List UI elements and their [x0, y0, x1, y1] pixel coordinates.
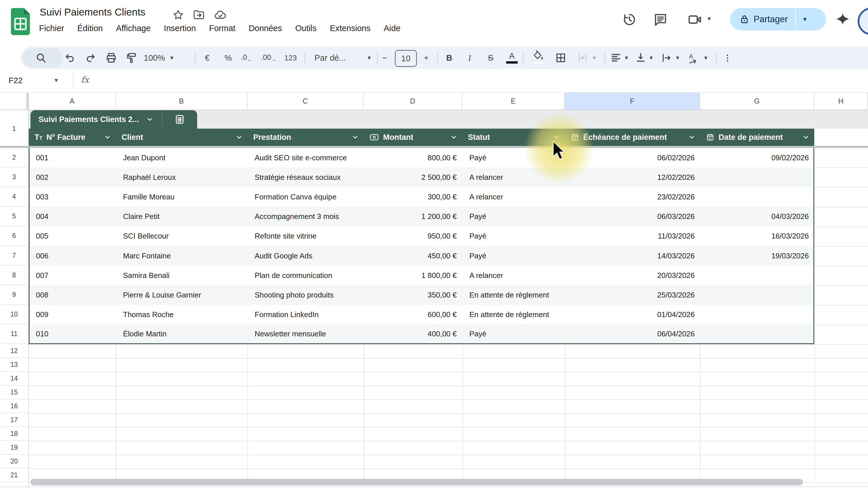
row-header-10[interactable]: 10	[0, 305, 28, 324]
filter-chevron-icon[interactable]	[450, 134, 458, 141]
cell-montant[interactable]: 2 500,00 €	[365, 168, 463, 187]
cell-montant[interactable]: 450,00 €	[365, 246, 463, 265]
menu-aide[interactable]: Aide	[384, 24, 400, 33]
format-currency-button[interactable]: €	[200, 51, 214, 64]
cell-prestation[interactable]: Audit SEO site e-commerce	[248, 148, 365, 168]
row-header-13[interactable]: 13	[0, 358, 28, 372]
increase-decimals-button[interactable]: .00→	[260, 51, 277, 64]
paint-format-icon[interactable]	[125, 51, 138, 64]
cell-statut[interactable]: En attente de règlement	[463, 305, 566, 324]
menu-extensions[interactable]: Extensions	[330, 24, 370, 33]
version-history-icon[interactable]	[621, 11, 638, 28]
row-header-15[interactable]: 15	[0, 385, 28, 399]
cell-echeance[interactable]: 25/03/2026	[566, 285, 701, 305]
cell-client[interactable]: Thomas Roche	[117, 305, 248, 324]
column-header-D[interactable]: D	[364, 93, 462, 110]
zoom-select[interactable]: 100% ▾	[144, 51, 173, 64]
cell-statut[interactable]: Payé	[463, 226, 566, 246]
cell-echeance[interactable]: 23/02/2026	[566, 187, 701, 207]
text-rotation-button[interactable]: A	[686, 51, 701, 64]
table-tab[interactable]: Suivi Paiements Clients 2...	[30, 110, 197, 128]
cell-date_paiement[interactable]	[701, 265, 815, 285]
sheets-logo[interactable]	[11, 8, 30, 35]
filter-chevron-icon[interactable]	[236, 134, 243, 141]
text-wrap-button[interactable]	[660, 51, 673, 64]
cloud-saved-icon[interactable]	[213, 8, 227, 22]
row-header-2[interactable]: 2	[0, 148, 28, 168]
cell-echeance[interactable]: 14/03/2026	[566, 246, 701, 265]
column-header-B[interactable]: B	[116, 93, 247, 110]
borders-button[interactable]	[554, 51, 567, 64]
row-header-17[interactable]: 17	[0, 413, 28, 427]
cell-client[interactable]: Raphaël Leroux	[117, 168, 248, 187]
cell-client[interactable]: Marc Fontaine	[117, 246, 248, 265]
column-header-F[interactable]: F	[565, 93, 700, 110]
cell-client[interactable]: Pierre & Louise Garnier	[117, 285, 248, 305]
cell-client[interactable]: Famille Moreau	[117, 187, 248, 207]
cell-statut[interactable]: En attente de règlement	[463, 285, 566, 305]
document-title[interactable]: Suivi Paiements Clients	[40, 6, 146, 18]
cell-facture[interactable]: 009	[30, 305, 117, 324]
horizontal-scrollbar-track[interactable]	[0, 486, 868, 487]
cell-echeance[interactable]: 01/04/2026	[566, 305, 701, 324]
avatar[interactable]	[858, 7, 868, 35]
cell-client[interactable]: Claire Petit	[117, 207, 248, 226]
fill-color-button[interactable]	[532, 50, 546, 65]
row-header-9[interactable]: 9	[0, 285, 28, 305]
cell-date_paiement[interactable]	[701, 285, 815, 305]
meet-video-icon[interactable]	[686, 11, 704, 28]
cell-echeance[interactable]: 11/03/2026	[566, 226, 701, 246]
font-select[interactable]: Par dé... ▾	[314, 51, 371, 64]
cell-montant[interactable]: 350,00 €	[365, 285, 463, 305]
vertical-align-caret-icon[interactable]: ▾	[650, 55, 653, 61]
move-folder-icon[interactable]	[192, 8, 206, 22]
undo-icon[interactable]	[63, 51, 76, 64]
cell-echeance[interactable]: 06/04/2026	[566, 324, 701, 343]
row-header-16[interactable]: 16	[0, 399, 28, 413]
horizontal-align-caret-icon[interactable]: ▾	[625, 55, 628, 61]
cell-statut[interactable]: Payé	[463, 246, 566, 265]
menu-donnees[interactable]: Données	[249, 24, 282, 33]
filter-chevron-icon[interactable]	[104, 134, 111, 141]
name-box-caret-icon[interactable]: ▾	[55, 77, 58, 83]
cell-client[interactable]: Jean Dupont	[117, 148, 248, 168]
text-rotation-caret-icon[interactable]: ▾	[704, 55, 707, 61]
row-header-4[interactable]: 4	[0, 187, 28, 207]
search-icon[interactable]	[34, 51, 48, 64]
cell-montant[interactable]: 800,00 €	[365, 148, 463, 168]
cell-prestation[interactable]: Shooting photo produits	[248, 285, 365, 305]
cell-prestation[interactable]: Accompagnement 3 mois	[248, 207, 365, 226]
cell-prestation[interactable]: Plan de communication	[248, 265, 365, 285]
name-box[interactable]: F22	[9, 76, 23, 85]
cell-client[interactable]: Élodie Martin	[117, 324, 248, 343]
cell-facture[interactable]: 007	[30, 265, 117, 285]
cell-montant[interactable]: 400,00 €	[365, 324, 463, 343]
menu-insertion[interactable]: Insertion	[164, 24, 196, 33]
cell-facture[interactable]: 001	[30, 148, 117, 168]
meet-dropdown-caret-icon[interactable]: ▾	[708, 16, 711, 22]
cell-facture[interactable]: 004	[30, 207, 117, 226]
format-percent-button[interactable]: %	[222, 51, 235, 64]
increase-font-size-button[interactable]: +	[420, 51, 433, 64]
cell-prestation[interactable]: Formation Canva équipe	[248, 187, 365, 207]
menu-edition[interactable]: Édition	[77, 24, 103, 33]
cell-date_paiement[interactable]	[701, 168, 815, 187]
share-dropdown-caret-icon[interactable]: ▾	[803, 16, 806, 23]
text-wrap-caret-icon[interactable]: ▾	[676, 55, 679, 61]
strikethrough-button[interactable]: S	[484, 51, 497, 64]
column-header-A[interactable]: A	[29, 93, 116, 110]
text-color-button[interactable]: A	[505, 51, 519, 64]
cell-montant[interactable]: 1 800,00 €	[365, 265, 463, 285]
column-header-H[interactable]: H	[814, 93, 868, 110]
row-header-12[interactable]: 12	[0, 344, 28, 358]
share-button[interactable]: Partager ▾	[730, 8, 826, 30]
filter-chevron-icon[interactable]	[351, 134, 359, 141]
cell-date_paiement[interactable]: 04/03/2026	[701, 207, 815, 226]
horizontal-align-button[interactable]	[609, 51, 623, 64]
more-formats-button[interactable]: 123	[282, 51, 300, 64]
star-icon[interactable]	[171, 8, 185, 22]
redo-icon[interactable]	[84, 51, 97, 64]
font-size-input[interactable]: 10	[395, 50, 417, 67]
column-header-G[interactable]: G	[700, 93, 814, 110]
cell-date_paiement[interactable]: 19/03/2026	[701, 246, 815, 265]
